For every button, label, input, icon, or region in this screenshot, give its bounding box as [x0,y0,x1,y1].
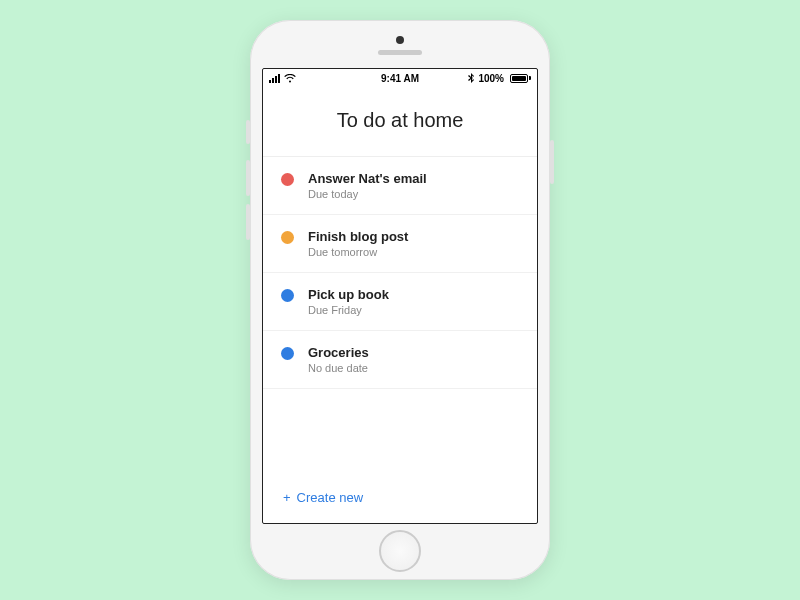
cellular-icon [269,74,280,83]
item-subtitle: Due Friday [308,304,389,316]
battery-percent: 100% [478,73,504,84]
status-time: 9:41 AM [381,73,419,84]
list-item[interactable]: Pick up book Due Friday [263,273,537,331]
todo-list: Answer Nat's email Due today Finish blog… [263,157,537,472]
phone-frame: 9:41 AM 100% To do at home Answer Nat's … [250,20,550,580]
status-bar: 9:41 AM 100% [263,69,537,87]
phone-mute-switch [246,120,250,144]
item-title: Groceries [308,345,369,360]
create-new-button[interactable]: + Create new [263,472,537,523]
phone-volume-up [246,160,250,196]
plus-icon: + [283,490,291,505]
item-title: Answer Nat's email [308,171,427,186]
priority-dot-icon [281,289,294,302]
list-item[interactable]: Answer Nat's email Due today [263,157,537,215]
item-subtitle: Due tomorrow [308,246,408,258]
item-subtitle: No due date [308,362,369,374]
phone-volume-down [246,204,250,240]
page-title: To do at home [263,87,537,157]
phone-camera [396,36,404,44]
bluetooth-icon [468,73,474,83]
phone-power-button [550,140,554,184]
battery-icon [508,74,531,83]
wifi-icon [284,74,296,83]
screen: 9:41 AM 100% To do at home Answer Nat's … [262,68,538,524]
priority-dot-icon [281,347,294,360]
list-item[interactable]: Groceries No due date [263,331,537,389]
item-title: Pick up book [308,287,389,302]
list-item[interactable]: Finish blog post Due tomorrow [263,215,537,273]
create-label: Create new [297,490,363,505]
item-subtitle: Due today [308,188,427,200]
phone-speaker [378,50,422,55]
priority-dot-icon [281,231,294,244]
home-button[interactable] [379,530,421,572]
item-title: Finish blog post [308,229,408,244]
priority-dot-icon [281,173,294,186]
